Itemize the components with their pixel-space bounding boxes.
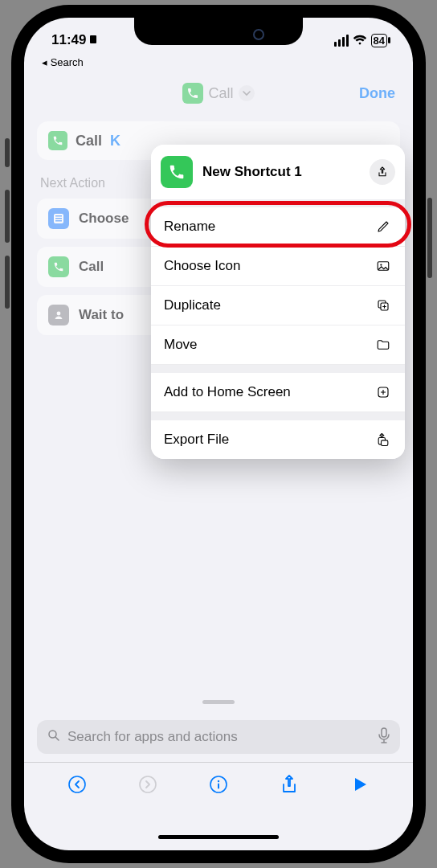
phone-app-icon — [182, 83, 203, 104]
list-item-label: Wait to — [79, 307, 124, 323]
battery-indicator: 84 — [371, 34, 390, 47]
svg-point-6 — [57, 312, 61, 316]
svg-rect-1 — [388, 37, 390, 43]
cellular-signal-icon — [334, 35, 349, 47]
menu-item-label: Duplicate — [164, 297, 221, 313]
volume-up-button — [5, 190, 10, 243]
menu-item-label: Move — [164, 337, 198, 353]
plus-app-icon — [374, 385, 392, 399]
share-button[interactable] — [278, 773, 300, 796]
menu-export-file[interactable]: Export File — [151, 420, 405, 459]
pencil-icon — [374, 219, 392, 234]
location-indicator-icon — [88, 32, 98, 48]
done-button[interactable]: Done — [359, 85, 395, 102]
dictation-icon[interactable] — [378, 727, 390, 747]
duplicate-icon — [374, 298, 392, 313]
search-placeholder: Search for apps and actions — [67, 729, 371, 745]
shortcut-name: New Shortcut 1 — [202, 164, 360, 180]
wifi-icon — [353, 35, 367, 46]
volume-down-button — [5, 256, 10, 309]
search-input[interactable]: Search for apps and actions — [37, 720, 400, 754]
svg-rect-5 — [55, 220, 62, 222]
list-item-label: Call — [79, 259, 104, 275]
svg-rect-13 — [382, 440, 388, 446]
menu-list-icon — [48, 208, 69, 229]
notch — [134, 18, 303, 45]
menu-duplicate[interactable]: Duplicate — [151, 286, 405, 326]
list-item-label: Choose — [79, 211, 129, 227]
picture-icon — [374, 259, 392, 273]
svg-rect-20 — [218, 783, 219, 788]
popup-header: New Shortcut 1 — [151, 145, 405, 199]
bottom-toolbar — [24, 762, 413, 805]
menu-move[interactable]: Move — [151, 326, 405, 365]
contact-token[interactable]: K — [110, 133, 120, 149]
menu-item-label: Rename — [164, 219, 215, 235]
menu-item-label: Export File — [164, 432, 229, 448]
search-wrap: Search for apps and actions — [37, 720, 400, 754]
drag-handle[interactable] — [202, 700, 235, 704]
svg-point-14 — [49, 731, 56, 738]
action-card-label: Call — [76, 133, 102, 149]
run-button[interactable] — [349, 773, 371, 796]
clock: 11:49 — [51, 32, 86, 48]
mute-switch — [5, 138, 10, 167]
svg-point-17 — [140, 776, 156, 792]
phone-app-icon — [161, 156, 193, 188]
phone-frame: 11:49 84 ◂ Search — [11, 5, 426, 863]
svg-point-8 — [380, 264, 382, 265]
svg-rect-0 — [90, 35, 96, 43]
phone-app-icon — [48, 256, 69, 277]
shortcut-title-button[interactable]: Call — [182, 83, 254, 104]
menu-rename[interactable]: Rename — [151, 207, 405, 247]
redo-button[interactable] — [137, 773, 159, 796]
home-indicator[interactable] — [158, 835, 279, 839]
export-icon — [374, 432, 392, 448]
menu-item-label: Add to Home Screen — [164, 384, 291, 400]
menu-item-label: Choose Icon — [164, 258, 240, 274]
menu-add-home[interactable]: Add to Home Screen — [151, 373, 405, 412]
back-to-search[interactable]: ◂ Search — [24, 55, 413, 75]
svg-point-19 — [218, 780, 219, 781]
svg-rect-3 — [55, 215, 62, 217]
svg-rect-4 — [55, 218, 62, 219]
screen: 11:49 84 ◂ Search — [24, 18, 413, 850]
svg-point-16 — [69, 776, 85, 792]
power-button — [427, 198, 432, 278]
undo-button[interactable] — [66, 773, 88, 796]
folder-icon — [374, 338, 392, 352]
info-button[interactable] — [207, 773, 230, 796]
person-icon — [48, 305, 69, 326]
svg-rect-15 — [382, 728, 386, 737]
shortcut-options-menu: New Shortcut 1 Rename Choose Icon Duplic — [151, 145, 405, 459]
menu-choose-icon[interactable]: Choose Icon — [151, 247, 405, 286]
phone-app-icon — [48, 131, 67, 150]
search-icon — [47, 728, 61, 747]
share-button[interactable] — [370, 159, 395, 185]
chevron-down-icon — [239, 85, 255, 101]
nav-header: Call Done — [24, 75, 413, 112]
